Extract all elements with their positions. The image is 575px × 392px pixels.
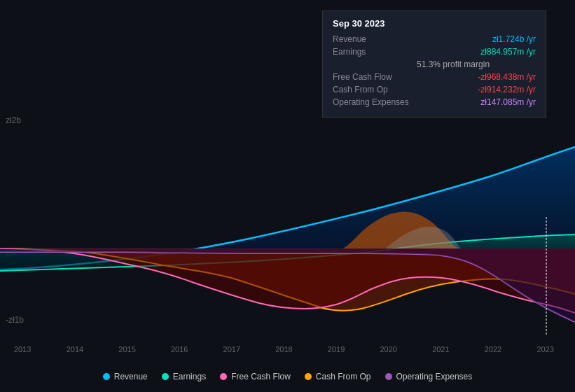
chart-svg [0, 108, 575, 336]
tooltip-value-earnings: zł884.957m /yr [480, 47, 536, 57]
legend-dot-opex [385, 373, 392, 380]
x-label-2013: 2013 [14, 345, 31, 354]
x-label-2021: 2021 [432, 345, 449, 354]
tooltip-value-fcf: -zł968.438m /yr [478, 72, 536, 82]
tooltip-label-fcf: Free Cash Flow [333, 72, 417, 82]
legend-dot-earnings [162, 373, 169, 380]
x-axis-labels: 2013 2014 2015 2016 2017 2018 2019 2020 … [14, 345, 575, 354]
legend-item-earnings[interactable]: Earnings [162, 372, 206, 382]
tooltip-label-revenue: Revenue [333, 34, 417, 44]
x-label-2023: 2023 [536, 345, 553, 354]
x-label-2018: 2018 [275, 345, 292, 354]
legend-item-revenue[interactable]: Revenue [103, 372, 148, 382]
legend-item-fcf[interactable]: Free Cash Flow [220, 372, 291, 382]
tooltip-date: Sep 30 2023 [333, 18, 536, 29]
x-label-2019: 2019 [328, 345, 345, 354]
tooltip-label-cashfromop: Cash From Op [333, 85, 417, 94]
legend-label-earnings: Earnings [173, 372, 206, 382]
legend-dot-fcf [220, 373, 227, 380]
legend-label-fcf: Free Cash Flow [231, 372, 291, 382]
x-label-2016: 2016 [171, 345, 188, 354]
tooltip-value-revenue: zł1.724b /yr [492, 34, 536, 44]
legend-item-opex[interactable]: Operating Expenses [385, 372, 473, 382]
chart-container: Sep 30 2023 Revenue zł1.724b /yr Earning… [0, 0, 575, 392]
legend-label-cashfromop: Cash From Op [316, 372, 371, 382]
tooltip-row-opex: Operating Expenses zł147.085m /yr [333, 97, 536, 107]
legend-label-revenue: Revenue [114, 372, 148, 382]
tooltip-margin: 51.3% profit margin [417, 59, 536, 69]
x-label-2020: 2020 [380, 345, 396, 354]
legend-item-cashfromop[interactable]: Cash From Op [305, 372, 371, 382]
tooltip-row-cashfromop: Cash From Op -zł914.232m /yr [333, 85, 536, 94]
x-label-2017: 2017 [223, 345, 240, 354]
tooltip-row-earnings: Earnings zł884.957m /yr [333, 47, 536, 57]
x-label-2022: 2022 [485, 345, 501, 354]
x-label-2014: 2014 [67, 345, 83, 354]
tooltip-row-revenue: Revenue zł1.724b /yr [333, 34, 536, 44]
tooltip-value-opex: zł147.085m /yr [480, 97, 536, 107]
legend: Revenue Earnings Free Cash Flow Cash Fro… [0, 372, 575, 382]
legend-dot-revenue [103, 373, 110, 380]
tooltip-label-earnings: Earnings [333, 47, 417, 57]
x-label-2015: 2015 [118, 345, 135, 354]
legend-label-opex: Operating Expenses [396, 372, 473, 382]
tooltip-row-fcf: Free Cash Flow -zł968.438m /yr [333, 72, 536, 82]
tooltip-value-cashfromop: -zł914.232m /yr [478, 85, 536, 94]
tooltip-label-opex: Operating Expenses [333, 97, 417, 107]
tooltip: Sep 30 2023 Revenue zł1.724b /yr Earning… [322, 10, 546, 118]
legend-dot-cashfromop [305, 373, 312, 380]
